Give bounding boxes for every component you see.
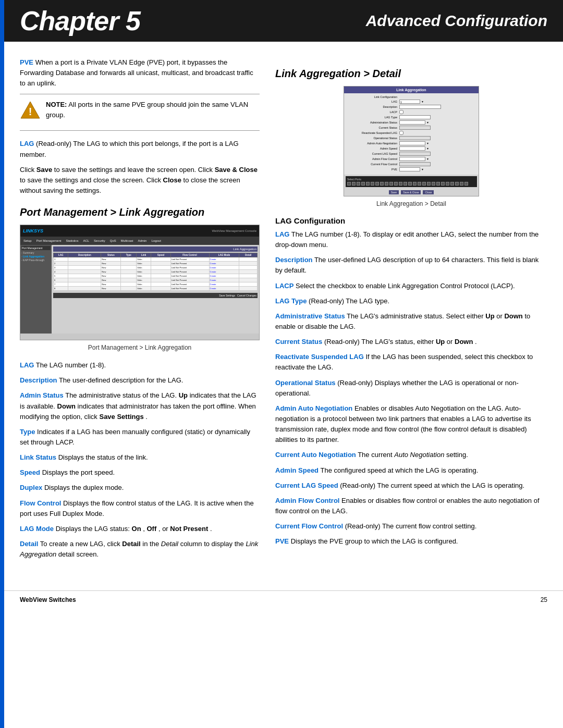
mock-td: [121, 257, 137, 262]
detail-text3: column to display the: [180, 540, 246, 548]
mock-field-pve: PVE ▼: [347, 167, 475, 171]
mock-td: [239, 266, 258, 270]
note-text: NOTE: All ports in the same PVE group sh…: [46, 100, 260, 120]
mock-row-4: 4NewUnknLink Not PresentCreate: [54, 270, 258, 274]
mock-td: [121, 270, 137, 274]
lag-term: LAG: [20, 140, 34, 147]
speed-paragraph: Speed Displays the port speed.: [20, 467, 260, 478]
right-description-text: The user-defined LAG description of up t…: [275, 256, 538, 274]
mock-td: [68, 262, 101, 266]
lag-mode-term: LAG Mode: [20, 525, 54, 533]
note-icon: !: [20, 100, 41, 122]
admin-speed-term: Admin Speed: [275, 466, 319, 474]
left-column: PVE When a port is a Private VLAN Edge (…: [20, 57, 260, 564]
mock-td: [68, 282, 101, 287]
mock-checkbox-lacp[interactable]: [399, 110, 403, 114]
mock-th-fc: Flow Control: [170, 253, 209, 257]
mock-field-reactivate: Reactivate Suspended LAG: [347, 131, 475, 135]
mock-port: [366, 182, 370, 186]
mock-field-admin-speed: Admin Speed ▼: [347, 146, 475, 151]
lag-type-term: LAG Type: [275, 297, 307, 305]
mock-th-detail: Detail: [239, 253, 258, 257]
type-paragraph: Type Indicates if a LAG has been manuall…: [20, 427, 260, 448]
mock-td: 5: [54, 274, 68, 278]
mock-input-lag: 1: [399, 100, 420, 104]
mock-td: [68, 266, 101, 270]
mock-port: [371, 182, 374, 186]
mock-port: [399, 182, 402, 186]
comma1: ,: [143, 525, 146, 533]
mock-label-current-lag-speed: Current LAG Speed: [347, 152, 399, 155]
mock-td: [151, 278, 170, 282]
mock-td: 2: [54, 262, 68, 266]
mock-td: Unkn: [137, 282, 151, 287]
mock-td: 1: [54, 257, 68, 262]
mock-label-admin-flow: Admin Flow Control: [347, 157, 399, 161]
mock-field-current-status: Current Status: [347, 126, 475, 130]
mock-input-current-status: [399, 126, 431, 130]
mock-label-admin-status: Administration Status: [347, 121, 399, 124]
admin-status-right-term: Administrative Status: [275, 312, 345, 320]
mock-logo: LINKSYS: [23, 228, 43, 233]
current-auto-text2: setting.: [446, 451, 468, 459]
blue-accent-bar: [0, 0, 4, 728]
mock-td: [121, 282, 137, 287]
mock-th-mode: LAG Mode: [209, 253, 239, 257]
mock-td: [151, 257, 170, 262]
mock-td: Link Not Present: [170, 257, 209, 262]
mock-port: [460, 182, 463, 186]
mock-header: LINKSYS WebView Management Console: [20, 225, 259, 237]
mock-checkbox-reactivate[interactable]: [399, 131, 403, 135]
admin-flow-paragraph: Admin Flow Control Enables or disables f…: [275, 496, 547, 516]
mock-input-lag-type: [399, 115, 431, 119]
mock-td: [151, 287, 170, 291]
lag-mode-text: Displays the LAG status:: [56, 525, 132, 533]
mock-th-type: Type: [121, 253, 137, 257]
type-term: Type: [20, 428, 35, 436]
lag-type-paragraph: LAG Type (Read-only) The LAG type.: [275, 296, 547, 306]
mock-row-3: 3NewUnknLink Not PresentCreate: [54, 266, 258, 270]
port-mgmt-screenshot: LINKSYS WebView Management Console Setup…: [20, 225, 260, 340]
mock-close-button[interactable]: Close: [423, 190, 434, 194]
flow-control-term: Flow Control: [20, 499, 61, 507]
mock-header-right: WebView Management Console: [212, 229, 257, 232]
on-term: On: [132, 525, 141, 533]
mock-port: [385, 182, 388, 186]
mock-th-lag: LAG: [54, 253, 68, 257]
mock-td: Link Not Present: [170, 278, 209, 282]
mock-td: [68, 278, 101, 282]
right-pve-term: PVE: [275, 537, 289, 545]
mock-sidebar-label: Port Management: [21, 246, 51, 250]
mock-nav-vlan: Statistics: [64, 239, 80, 243]
current-status-term: Current Status: [275, 338, 322, 346]
mock-save-button[interactable]: Save: [389, 190, 399, 194]
detail-paragraph: Detail To create a new LAG, click Detail…: [20, 539, 260, 560]
mock-port: [380, 182, 384, 186]
mock-th-status: Status: [101, 253, 121, 257]
mock-td: Create: [209, 270, 239, 274]
mock-label-current-status: Current Status: [347, 126, 399, 129]
mock-sidebar: Port Management - Summary - Link Aggrega…: [20, 245, 52, 334]
right-description-term: Description: [275, 256, 313, 264]
right-screenshot-container: Link Aggregation Link Configuration LAG …: [275, 86, 547, 196]
mock-sidebar-item2: - Link Aggregation: [21, 255, 51, 258]
mock-port: [347, 182, 351, 186]
lacp-paragraph: LACP Select the checkbox to enable Link …: [275, 281, 547, 291]
mock-save-close-button[interactable]: Save & Close: [401, 190, 421, 194]
mock-td: [151, 266, 170, 270]
reactivate-paragraph: Reactivate Suspended LAG If the LAG has …: [275, 352, 547, 373]
mock-port: [418, 182, 421, 186]
mock-td: [121, 262, 137, 266]
current-status-text: (Read-only) The LAG's status, either: [324, 338, 436, 346]
duplex-text: Displays the duplex mode.: [44, 484, 124, 491]
mock-port: [413, 182, 417, 186]
mock-input-current-lag-speed: [399, 152, 431, 156]
admin-auto-paragraph: Admin Auto Negotiation Enables or disabl…: [275, 403, 547, 446]
mock-port: [422, 182, 426, 186]
mock-td: Unkn: [137, 257, 151, 262]
footer-product: WebView Switches: [20, 596, 76, 603]
admin-speed-paragraph: Admin Speed The configured speed at whic…: [275, 465, 547, 476]
mock-td: New: [101, 278, 121, 282]
mock-td: [121, 287, 137, 291]
mock-td: New: [101, 287, 121, 291]
